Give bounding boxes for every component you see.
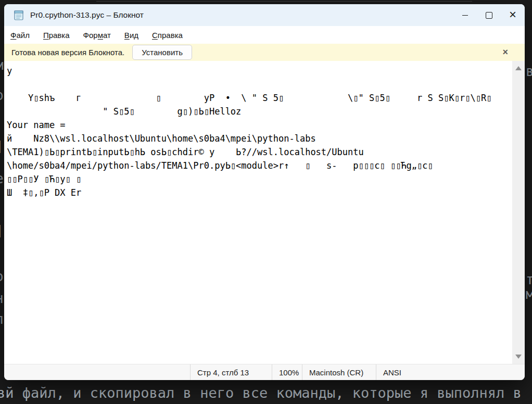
banner-close-icon[interactable]: × xyxy=(502,47,508,58)
encoding-label: ANSI xyxy=(383,368,401,377)
maximize-icon xyxy=(486,12,492,19)
background-text-fragment: о xyxy=(0,270,4,283)
line-ending-label: Macintosh (CR) xyxy=(309,368,363,377)
background-text-fragment: н xyxy=(0,292,4,305)
document-text[interactable]: y Y▯shъ г ▯ yP • \ " S 5▯ \▯" S▯5▯ r S S… xyxy=(4,61,512,364)
update-banner: Готова новая версия Блокнота. Установить… xyxy=(4,44,525,61)
update-banner-message: Готова новая версия Блокнота. xyxy=(11,48,124,57)
scroll-down-icon[interactable] xyxy=(515,355,522,359)
menu-label-part: равка xyxy=(49,31,70,40)
menu-accesskey: Ф xyxy=(10,31,16,40)
background-text-fragment: ] xyxy=(0,140,4,153)
close-icon: × xyxy=(509,8,516,21)
background-text-fragment: м xyxy=(526,287,532,301)
status-line-ending: Macintosh (CR) xyxy=(302,364,376,380)
menu-accesskey: С xyxy=(152,31,158,40)
window-title: Pr0.cpython-313.pyc – Блокнот xyxy=(30,10,144,20)
menu-file[interactable]: Файл xyxy=(6,28,34,42)
background-text-fragment: м xyxy=(0,58,4,72)
minimize-button[interactable] xyxy=(453,4,477,26)
status-bar: Стр 4, стлб 13 100% Macintosh (CR) ANSI xyxy=(4,364,525,380)
menu-accesskey: м xyxy=(98,31,103,40)
terminal-text-line: вй файл, и скопировал в него все команды… xyxy=(0,385,522,401)
menu-edit[interactable]: Правка xyxy=(39,28,74,42)
text-editor-area: y Y▯shъ г ▯ yP • \ " S 5▯ \▯" S▯5▯ r S S… xyxy=(4,61,525,364)
cursor-position-label: Стр 4, стлб 13 xyxy=(197,368,249,377)
notepad-icon xyxy=(12,9,25,21)
close-button[interactable]: × xyxy=(501,4,525,26)
menu-label-part: ат xyxy=(103,31,111,40)
background-text-fragment: р xyxy=(0,89,4,102)
menu-bar: Файл Правка Формат Вид Справка xyxy=(4,26,525,44)
menu-label-part: правка xyxy=(158,31,183,40)
desktop-background: м р ] е ] о н л в т м вй файл, и скопиро… xyxy=(0,0,532,404)
notepad-window: Pr0.cpython-313.pyc – Блокнот × Файл Пра… xyxy=(4,4,525,380)
status-spacer xyxy=(4,364,190,380)
status-zoom-level: 100% xyxy=(272,364,302,380)
background-text-fragment: е xyxy=(0,172,4,185)
menu-format[interactable]: Формат xyxy=(79,28,115,42)
menu-help[interactable]: Справка xyxy=(148,28,187,42)
menu-accesskey: П xyxy=(43,31,49,40)
vertical-scrollbar[interactable] xyxy=(512,61,525,364)
scroll-up-icon[interactable] xyxy=(515,66,522,70)
zoom-level-label: 100% xyxy=(279,368,299,377)
install-button[interactable]: Установить xyxy=(132,45,192,60)
resize-grip[interactable] xyxy=(521,376,522,377)
status-cursor-position: Стр 4, стлб 13 xyxy=(190,364,272,380)
menu-view[interactable]: Вид xyxy=(120,28,143,42)
window-controls: × xyxy=(453,4,525,26)
minimize-icon xyxy=(462,15,468,16)
maximize-button[interactable] xyxy=(477,4,501,26)
menu-label-part: айл xyxy=(16,31,29,40)
background-text-fragment: т xyxy=(526,273,532,286)
background-text-fragment: ] xyxy=(0,224,4,237)
background-window-edge xyxy=(96,1,472,2)
background-text-fragment: в xyxy=(526,65,532,78)
status-encoding: ANSI xyxy=(376,364,525,380)
menu-accesskey: В xyxy=(124,31,130,40)
menu-label-part: ид xyxy=(130,31,138,40)
menu-label-part: Фор xyxy=(83,31,98,40)
background-text-fragment: л xyxy=(0,312,4,326)
title-bar[interactable]: Pr0.cpython-313.pyc – Блокнот × xyxy=(4,4,525,26)
